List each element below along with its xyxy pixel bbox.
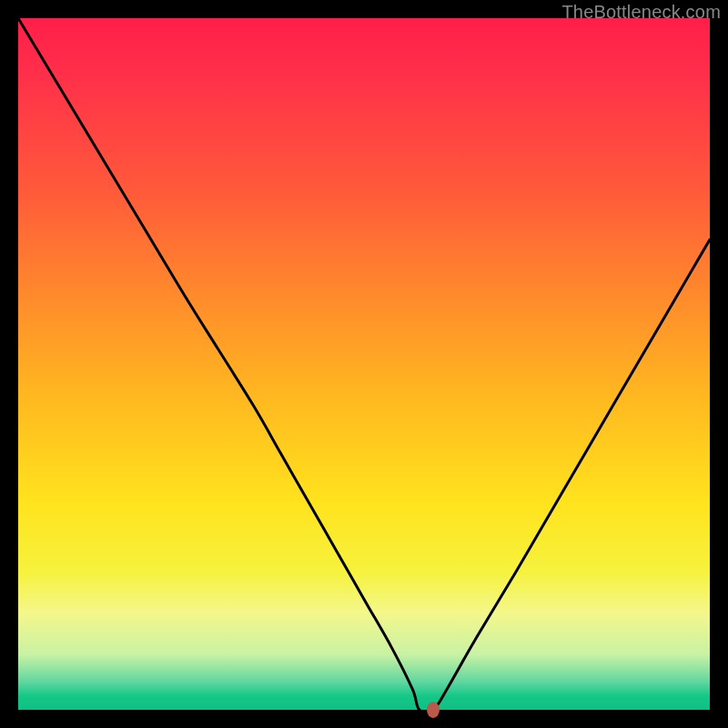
bottleneck-curve-path (18, 18, 710, 713)
curve-svg (18, 18, 710, 710)
plot-area (18, 18, 710, 710)
watermark-text: TheBottleneck.com (561, 2, 721, 23)
minimum-marker (427, 702, 440, 718)
chart-frame: TheBottleneck.com (0, 0, 728, 728)
